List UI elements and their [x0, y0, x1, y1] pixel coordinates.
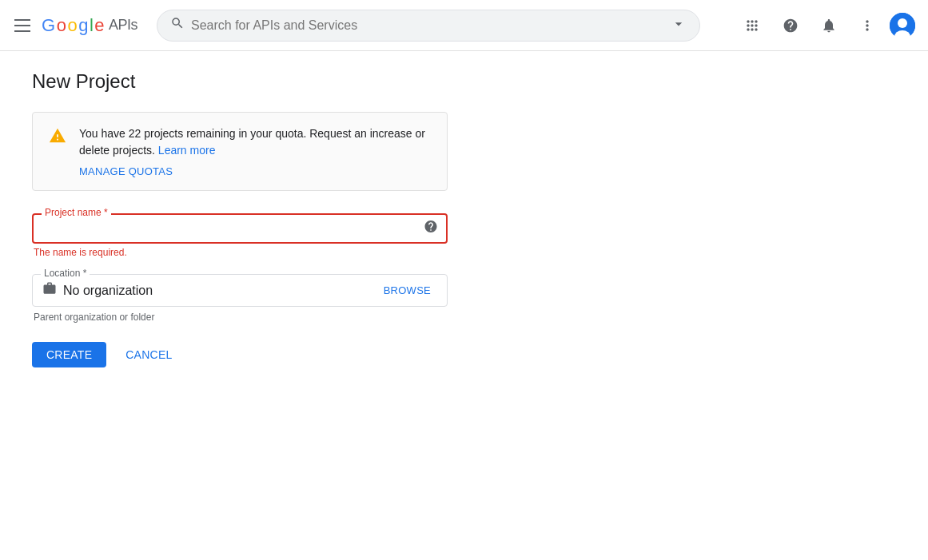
google-logo: Google APIs — [42, 15, 137, 36]
main-content: New Project You have 22 projects remaini… — [0, 51, 928, 387]
search-dropdown-icon[interactable] — [671, 16, 687, 34]
manage-quotas-link[interactable]: MANAGE QUOTAS — [79, 165, 431, 177]
apis-label: APIs — [109, 17, 137, 34]
quota-alert: You have 22 projects remaining in your q… — [32, 112, 448, 191]
create-button[interactable]: CREATE — [32, 342, 106, 367]
top-navbar: Google APIs — [0, 0, 928, 51]
project-name-error: The name is required. — [34, 247, 448, 258]
menu-icon[interactable] — [13, 16, 32, 35]
search-input[interactable] — [191, 18, 664, 33]
navbar-right — [736, 10, 915, 42]
action-buttons: CREATE CANCEL — [32, 342, 896, 367]
learn-more-link[interactable]: Learn more — [158, 144, 216, 157]
location-group: Location * No organization BROWSE Parent… — [32, 274, 448, 323]
location-hint: Parent organization or folder — [34, 312, 448, 323]
more-options-icon[interactable] — [851, 10, 883, 42]
location-value: No organization — [63, 284, 153, 298]
quota-message: You have 22 projects remaining in your q… — [79, 127, 425, 157]
navbar-left: Google APIs — [13, 15, 137, 36]
organization-icon — [42, 281, 57, 300]
location-value-group: No organization — [42, 281, 153, 300]
project-name-input[interactable] — [43, 221, 436, 236]
apps-icon[interactable] — [736, 10, 768, 42]
browse-button[interactable]: BROWSE — [377, 281, 437, 300]
cancel-button[interactable]: CANCEL — [113, 342, 185, 367]
project-name-label: Project name * — [42, 207, 111, 218]
alert-content: You have 22 projects remaining in your q… — [79, 125, 431, 177]
search-icon — [170, 16, 185, 34]
help-icon[interactable] — [775, 10, 807, 42]
search-bar[interactable] — [157, 10, 700, 42]
page-title: New Project — [32, 70, 896, 93]
help-circle-icon[interactable] — [424, 220, 438, 238]
svg-point-1 — [898, 18, 907, 28]
location-label: Location * — [41, 268, 90, 279]
avatar[interactable] — [890, 13, 915, 38]
notifications-icon[interactable] — [813, 10, 845, 42]
project-name-group: Project name * The name is required. — [32, 213, 448, 258]
project-name-field: Project name * — [32, 213, 448, 244]
location-field: Location * No organization BROWSE — [32, 274, 448, 307]
warning-icon — [49, 127, 66, 149]
required-star: * — [104, 207, 108, 218]
